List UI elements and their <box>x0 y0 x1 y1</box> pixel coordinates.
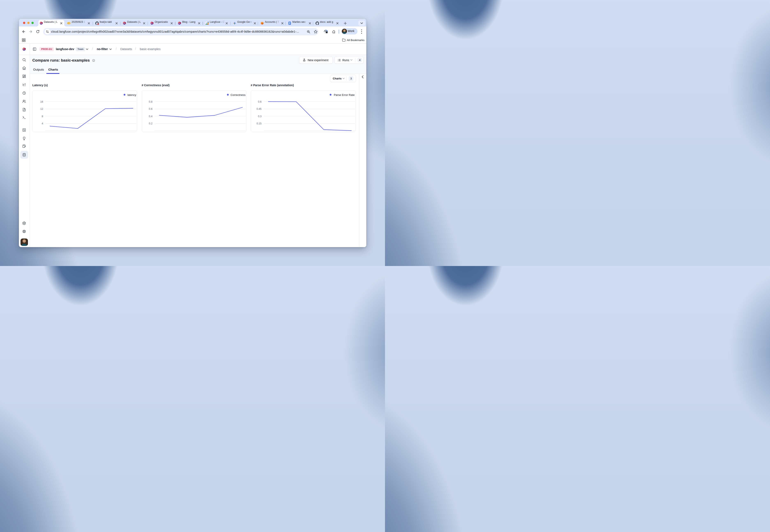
svg-text:4: 4 <box>42 122 43 125</box>
svg-text:latency: latency <box>127 93 136 96</box>
svg-text:Parse Error Rate: Parse Error Rate <box>334 93 354 96</box>
svg-text:0.2: 0.2 <box>149 122 152 125</box>
svg-text:0.15: 0.15 <box>257 122 261 125</box>
svg-text:0.8: 0.8 <box>149 100 152 103</box>
svg-text:12: 12 <box>40 108 43 110</box>
svg-text:0.3: 0.3 <box>258 115 261 118</box>
svg-text:0.4: 0.4 <box>149 115 152 118</box>
svg-text:16: 16 <box>40 100 43 103</box>
svg-text:8: 8 <box>42 115 43 118</box>
svg-text:0.6: 0.6 <box>258 100 261 103</box>
svg-text:0.6: 0.6 <box>149 108 152 110</box>
svg-text:Correctness: Correctness <box>231 93 246 96</box>
svg-text:0.45: 0.45 <box>257 108 261 110</box>
